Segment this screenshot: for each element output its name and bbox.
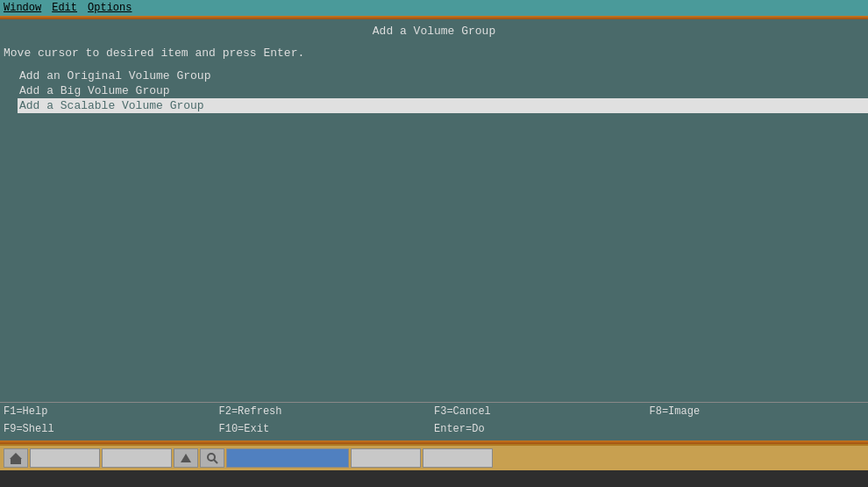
- search-icon: [205, 451, 219, 465]
- home-icon: [9, 451, 23, 465]
- option-scalable[interactable]: Add a Scalable Volume Group: [18, 98, 868, 113]
- fkey-f8[interactable]: F8=Image: [650, 405, 865, 419]
- fkey-f10[interactable]: F10=Exit: [219, 422, 435, 436]
- fkey-f1[interactable]: F1=Help: [4, 405, 219, 419]
- taskbar-btn-3[interactable]: [351, 448, 421, 468]
- fkey-f3[interactable]: F3=Cancel: [434, 405, 650, 419]
- up-arrow-icon: [179, 451, 193, 465]
- fkey-f9[interactable]: F9=Shell: [4, 422, 219, 436]
- menu-window[interactable]: Window: [4, 2, 41, 14]
- instruction-line: Move cursor to desired item and press En…: [4, 47, 868, 60]
- svg-line-4: [214, 460, 217, 463]
- taskbar-icon-2[interactable]: [174, 448, 198, 468]
- fkey-bar: F1=Help F2=Refresh F3=Cancel F8=Image F9…: [0, 402, 868, 440]
- fkey-enter[interactable]: Enter=Do: [434, 422, 650, 436]
- taskbar-input-field[interactable]: [226, 448, 349, 468]
- menu-edit[interactable]: Edit: [52, 2, 77, 14]
- taskbar-icon-1[interactable]: [4, 448, 28, 468]
- menu-bar: Window Edit Options: [0, 0, 868, 16]
- screen-title: Add a Volume Group: [0, 25, 868, 38]
- svg-marker-1: [10, 453, 22, 459]
- option-big[interactable]: Add a Big Volume Group: [18, 83, 868, 98]
- taskbar: [0, 444, 868, 470]
- fkey-empty: [650, 422, 865, 436]
- option-original[interactable]: Add an Original Volume Group: [18, 68, 868, 83]
- svg-rect-0: [11, 458, 21, 464]
- taskbar-icon-3[interactable]: [200, 448, 224, 468]
- svg-point-3: [208, 454, 215, 461]
- taskbar-btn-1[interactable]: [30, 448, 100, 468]
- taskbar-btn-4[interactable]: [423, 448, 493, 468]
- fkey-f2[interactable]: F2=Refresh: [219, 405, 435, 419]
- taskbar-btn-2[interactable]: [102, 448, 172, 468]
- fkey-row-1: F1=Help F2=Refresh F3=Cancel F8=Image: [0, 403, 868, 420]
- terminal-area: Add a Volume Group Move cursor to desire…: [0, 19, 868, 440]
- svg-marker-2: [181, 454, 191, 462]
- menu-options[interactable]: Options: [88, 2, 132, 14]
- fkey-row-2: F9=Shell F10=Exit Enter=Do: [0, 420, 868, 438]
